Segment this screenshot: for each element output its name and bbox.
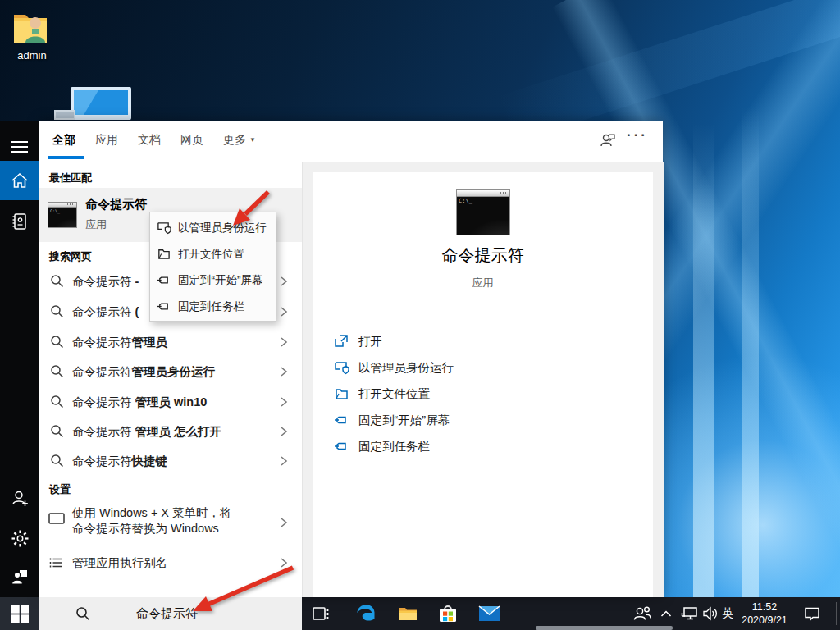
search-icon	[50, 424, 64, 438]
suggestion-row[interactable]: 命令提示符 管理员 怎么打开	[39, 417, 302, 447]
user-account-icon[interactable]	[599, 131, 617, 149]
folder-user-icon	[11, 8, 53, 48]
preview-action-pin-to-taskbar[interactable]: 固定到任务栏	[313, 433, 653, 459]
chevron-down-icon: ▼	[249, 136, 256, 144]
store-icon	[437, 603, 459, 624]
cmd-app-icon-small: C:\_	[48, 202, 77, 228]
desktop-icon-admin[interactable]: admin	[8, 7, 56, 64]
suggestion-row[interactable]: 命令提示符管理员	[39, 327, 302, 358]
search-icon	[50, 335, 64, 349]
search-icon	[50, 274, 64, 288]
preview-title: 命令提示符	[313, 244, 653, 267]
chevron-right-icon[interactable]	[280, 455, 288, 467]
best-match-type: 应用	[85, 217, 107, 232]
rail-settings-button[interactable]	[0, 518, 39, 558]
preview-action-open[interactable]: 打开	[313, 328, 653, 354]
clock-time: 11:52	[736, 600, 793, 614]
search-icon	[50, 454, 64, 468]
store-button[interactable]	[431, 597, 464, 630]
preview-action-run-as-admin[interactable]: 以管理员身份运行	[313, 354, 653, 381]
tab-more[interactable]: 更多▼	[223, 133, 256, 148]
tray-clock[interactable]: 11:52 2020/9/21	[736, 600, 793, 627]
preview-subtitle: 应用	[313, 276, 653, 290]
rail-feedback-button[interactable]	[0, 558, 39, 597]
home-icon	[11, 172, 29, 189]
best-match-title: 命令提示符	[85, 197, 147, 212]
edge-button[interactable]	[349, 597, 382, 630]
tab-apps[interactable]: 应用	[95, 133, 118, 148]
run-as-admin-icon	[334, 360, 349, 375]
journal-icon	[11, 212, 29, 231]
pin-icon	[334, 439, 349, 454]
edge-icon	[355, 603, 377, 624]
search-flyout: 全部 应用 文档 网页 更多▼ ··· C:\_ 命令提示符 应用	[39, 121, 663, 597]
open-icon	[334, 334, 349, 349]
network-icon	[681, 605, 699, 622]
menu-run-as-admin[interactable]: 以管理员身份运行	[150, 214, 274, 240]
task-view-button[interactable]	[304, 597, 337, 630]
scrollbar-artifact[interactable]	[536, 626, 673, 630]
rail-journal-button[interactable]	[0, 202, 39, 241]
feedback-icon	[11, 568, 29, 587]
suggestion-row[interactable]: 命令提示符管理员身份运行	[39, 357, 302, 387]
clock-date: 2020/9/21	[736, 614, 793, 627]
tray-people-button[interactable]	[628, 597, 657, 630]
action-center-icon	[804, 606, 820, 621]
chevron-right-icon[interactable]	[280, 336, 288, 348]
menu-open-file-location[interactable]: 打开文件位置	[150, 240, 274, 267]
mail-button[interactable]	[472, 597, 505, 630]
chevron-right-icon[interactable]	[280, 396, 288, 408]
search-tabs-bar: 全部 应用 文档 网页 更多▼ ···	[39, 121, 663, 162]
computer-icon	[52, 85, 143, 123]
divider	[332, 317, 634, 317]
chevron-right-icon[interactable]	[280, 366, 288, 377]
settings-row-winx[interactable]: 使用 Windows + X 菜单时，将命令提示符替换为 Windows	[39, 502, 302, 543]
rail-home-button[interactable]	[0, 161, 39, 200]
active-tab-underline	[48, 156, 84, 159]
pin-icon	[334, 413, 349, 427]
more-options-icon[interactable]: ···	[627, 127, 648, 144]
search-rail	[0, 121, 39, 597]
file-explorer-button[interactable]	[391, 597, 424, 630]
search-input-value: 命令提示符	[136, 606, 198, 622]
menu-pin-to-taskbar[interactable]: 固定到任务栏	[150, 293, 274, 319]
windows-logo-icon	[11, 605, 29, 623]
desktop-icon-this-pc[interactable]	[52, 85, 143, 123]
chevron-right-icon[interactable]	[280, 557, 288, 568]
menu-pin-to-start[interactable]: 固定到“开始”屏幕	[150, 267, 274, 293]
taskbar-search-box[interactable]: 命令提示符	[39, 597, 302, 630]
tray-show-hidden-button[interactable]	[655, 597, 678, 630]
tab-web[interactable]: 网页	[180, 133, 203, 148]
section-best-match: 最佳匹配	[49, 171, 92, 185]
chevron-right-icon[interactable]	[280, 276, 288, 287]
show-desktop-button[interactable]	[836, 602, 837, 625]
people-icon	[632, 605, 652, 622]
window-icon	[48, 512, 65, 525]
tab-all[interactable]: 全部	[52, 133, 75, 148]
tab-documents[interactable]: 文档	[138, 133, 161, 148]
wallpaper-beam	[693, 123, 714, 615]
suggestion-row[interactable]: 命令提示符快捷键	[39, 446, 302, 477]
person-add-icon	[11, 490, 29, 508]
context-menu: 以管理员身份运行 打开文件位置 固定到“开始”屏幕 固定到任务栏	[149, 212, 276, 322]
chevron-right-icon[interactable]	[280, 426, 288, 437]
list-icon	[49, 555, 63, 569]
wallpaper-beam	[742, 107, 759, 615]
start-button[interactable]	[0, 597, 39, 630]
gear-icon	[11, 529, 30, 548]
preview-action-pin-to-start[interactable]: 固定到“开始”屏幕	[313, 407, 653, 433]
chevron-right-icon[interactable]	[280, 306, 288, 317]
chevron-right-icon[interactable]	[280, 517, 288, 528]
pin-icon	[157, 273, 171, 287]
action-center-button[interactable]	[797, 597, 827, 630]
preview-action-open-file-location[interactable]: 打开文件位置	[313, 381, 653, 407]
speaker-icon	[702, 606, 719, 621]
pin-icon	[157, 299, 171, 313]
ime-language-label: 英	[722, 606, 733, 621]
settings-row-aliases[interactable]: 管理应用执行别名	[39, 548, 302, 578]
folder-location-icon	[334, 386, 349, 401]
desktop-icon-label: admin	[8, 49, 56, 62]
rail-add-account-button[interactable]	[0, 479, 39, 518]
folder-location-icon	[157, 247, 171, 261]
suggestion-row[interactable]: 命令提示符 管理员 win10	[39, 387, 302, 418]
